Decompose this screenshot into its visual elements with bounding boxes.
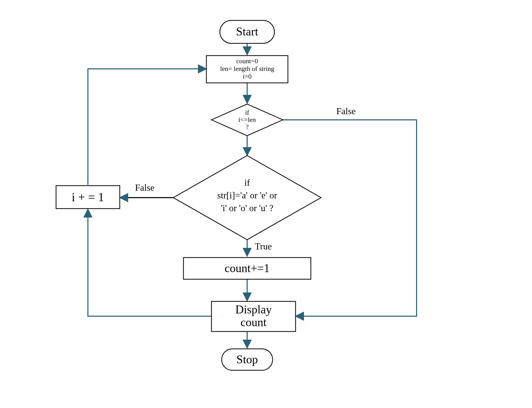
svg-text:count+=1: count+=1 [224, 262, 270, 275]
flowchart-canvas: False True False Start count=0 len= leng… [0, 0, 532, 408]
label-cond2-true: True [255, 241, 272, 251]
count-inc-node: count+=1 [183, 258, 311, 279]
cond-loop-node: if i<=len ? [211, 104, 283, 136]
i-inc-node: i + = 1 [56, 186, 120, 209]
label-cond1-false: False [336, 106, 356, 116]
svg-text:count=0: count=0 [236, 57, 258, 65]
svg-text:?: ? [246, 123, 249, 131]
svg-text:'i' or 'o' or 'u' ?: 'i' or 'o' or 'u' ? [221, 203, 273, 213]
svg-text:str[i]='a' or 'e' or: str[i]='a' or 'e' or [217, 190, 277, 200]
svg-text:count: count [241, 316, 267, 329]
svg-text:len= length of string: len= length of string [220, 65, 274, 72]
edge-iinc-to-init [88, 69, 206, 185]
svg-text:Stop: Stop [236, 353, 258, 366]
cond-vowel-node: if str[i]='a' or 'e' or 'i' or 'o' or 'u… [173, 156, 321, 240]
edge-cond1-false [283, 120, 417, 316]
svg-text:Display: Display [235, 303, 272, 316]
svg-text:i=0: i=0 [243, 73, 252, 80]
svg-text:i + = 1: i + = 1 [72, 190, 104, 204]
display-node: Display count [211, 301, 296, 332]
svg-text:i<=len: i<=len [238, 116, 256, 123]
start-node: Start [220, 20, 274, 43]
label-cond2-false: False [135, 183, 154, 193]
svg-text:if: if [244, 177, 250, 188]
init-node: count=0 len= length of string i=0 [206, 56, 288, 83]
stop-node: Stop [222, 349, 273, 370]
svg-text:Start: Start [236, 25, 258, 38]
svg-text:if: if [245, 109, 249, 116]
